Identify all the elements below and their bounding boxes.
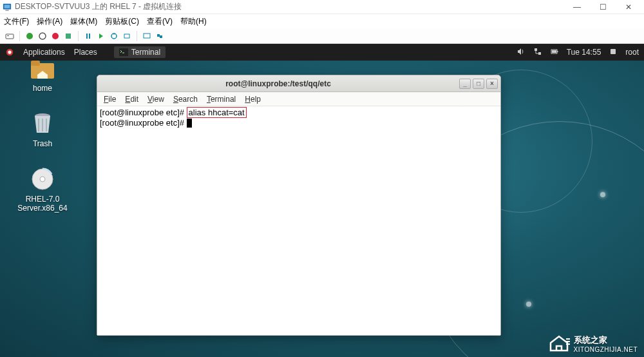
svg-rect-3 — [6, 34, 14, 39]
host-toolbar — [0, 28, 644, 44]
term-menu-search[interactable]: Search — [173, 95, 198, 104]
menu-help[interactable]: 帮助(H) — [180, 16, 207, 27]
separator — [137, 31, 137, 41]
svg-point-5 — [26, 33, 33, 39]
pause-icon[interactable] — [82, 30, 94, 42]
svg-point-31 — [40, 177, 45, 182]
desktop-icon-label: RHEL-7.0 Server.x86_64 — [12, 195, 73, 213]
svg-rect-15 — [157, 34, 160, 37]
svg-rect-13 — [124, 34, 129, 38]
separator — [78, 31, 79, 41]
desktop-icons: home Trash RHEL-7.0 Server.x86_64 — [12, 55, 73, 213]
host-window-titlebar: DESKTOP-SVTVUU3 上的 RHEL 7 - 虚拟机连接 — ☐ ✕ — [0, 0, 644, 14]
svg-rect-20 — [535, 48, 537, 51]
svg-rect-8 — [66, 34, 71, 39]
svg-rect-16 — [160, 35, 162, 38]
shutdown-icon[interactable] — [50, 30, 61, 42]
menu-clipboard[interactable]: 剪贴板(C) — [105, 16, 139, 27]
clock[interactable]: Tue 14:55 — [567, 48, 601, 57]
terminal-title: root@linuxprobe:/test/qq/etc — [97, 79, 459, 88]
maximize-button[interactable]: ☐ — [590, 3, 616, 12]
turnoff-icon[interactable] — [37, 30, 48, 42]
terminal-icon — [119, 48, 128, 56]
svg-rect-25 — [611, 49, 616, 54]
term-menu-terminal[interactable]: Terminal — [207, 95, 236, 104]
svg-rect-27 — [31, 61, 40, 66]
reset-icon[interactable] — [95, 30, 107, 42]
trash-icon — [28, 111, 57, 137]
desktop-icon-label: home — [33, 84, 52, 93]
terminal-minimize-button[interactable]: _ — [459, 79, 471, 89]
vm-icon — [3, 3, 12, 12]
cursor — [187, 119, 192, 128]
menu-media[interactable]: 媒体(M) — [70, 16, 97, 27]
terminal-window: root@linuxprobe:/test/qq/etc _ □ × File … — [97, 75, 501, 336]
svg-rect-2 — [5, 10, 8, 10]
highlighted-command: alias hhcat=cat — [187, 107, 247, 118]
network-icon[interactable] — [533, 47, 542, 58]
power-icon[interactable] — [609, 47, 618, 58]
svg-rect-9 — [86, 34, 88, 39]
svg-rect-10 — [89, 34, 90, 39]
save-icon[interactable] — [62, 30, 74, 42]
svg-rect-21 — [538, 52, 541, 55]
share-icon[interactable] — [154, 30, 166, 42]
svg-point-6 — [39, 33, 46, 39]
host-window-title: DESKTOP-SVTVUU3 上的 RHEL 7 - 虚拟机连接 — [15, 1, 564, 12]
term-menu-file[interactable]: File — [104, 95, 116, 104]
terminal-line: [root@linuxprobe etc]# — [100, 118, 500, 128]
svg-point-7 — [52, 33, 59, 39]
desktop-icon-rhel-disc[interactable]: RHEL-7.0 Server.x86_64 — [12, 166, 73, 213]
menu-view[interactable]: 查看(V) — [147, 16, 173, 27]
terminal-close-button[interactable]: × — [486, 79, 498, 89]
svg-point-18 — [8, 50, 11, 53]
term-menu-help[interactable]: Help — [245, 95, 261, 104]
prompt: [root@linuxprobe etc]# — [100, 118, 187, 128]
close-button[interactable]: ✕ — [616, 3, 641, 12]
watermark-brand: 系统之家 — [574, 334, 638, 346]
svg-rect-1 — [5, 5, 10, 8]
svg-rect-23 — [557, 51, 558, 52]
separator — [19, 31, 20, 41]
ctrl-alt-del-icon[interactable] — [4, 30, 15, 42]
disc-icon — [28, 166, 57, 192]
terminal-menubar: File Edit View Search Terminal Help — [97, 92, 500, 106]
desktop-icon-label: Trash — [33, 139, 52, 148]
battery-icon[interactable] — [550, 47, 559, 58]
svg-rect-19 — [119, 48, 128, 56]
places-menu[interactable]: Places — [74, 48, 97, 57]
prompt: [root@linuxprobe etc]# — [100, 108, 187, 117]
watermark-logo-icon — [548, 334, 570, 353]
host-menubar: 文件(F) 操作(A) 媒体(M) 剪贴板(C) 查看(V) 帮助(H) — [0, 14, 644, 28]
volume-icon[interactable] — [516, 47, 526, 58]
desktop-icon-trash[interactable]: Trash — [12, 111, 73, 148]
menu-file[interactable]: 文件(F) — [4, 16, 29, 27]
taskbar-item-terminal[interactable]: Terminal — [114, 46, 166, 58]
home-icon — [28, 55, 57, 81]
svg-rect-14 — [144, 34, 150, 38]
term-menu-view[interactable]: View — [147, 95, 164, 104]
user-menu[interactable]: root — [625, 48, 639, 57]
menu-action[interactable]: 操作(A) — [37, 16, 62, 27]
term-menu-edit[interactable]: Edit — [125, 95, 138, 104]
guest-desktop: Applications Places Terminal Tue 14:55 — [0, 44, 644, 357]
revert-icon[interactable] — [121, 30, 133, 42]
start-icon[interactable] — [24, 30, 35, 42]
taskbar-item-label: Terminal — [131, 48, 160, 57]
svg-marker-11 — [99, 34, 103, 39]
terminal-titlebar[interactable]: root@linuxprobe:/test/qq/etc _ □ × — [97, 75, 500, 92]
watermark: 系统之家 XITONGZHIJIA.NET — [548, 334, 638, 353]
watermark-url: XITONGZHIJIA.NET — [574, 346, 638, 353]
minimize-button[interactable]: — — [564, 3, 590, 12]
svg-rect-4 — [7, 35, 9, 36]
svg-rect-24 — [552, 50, 556, 53]
enhanced-session-icon[interactable] — [141, 30, 153, 42]
checkpoint-icon[interactable] — [108, 30, 120, 42]
terminal-maximize-button[interactable]: □ — [473, 79, 484, 89]
desktop-icon-home[interactable]: home — [12, 55, 73, 93]
terminal-body[interactable]: [root@linuxprobe etc]# alias hhcat=cat [… — [97, 106, 500, 335]
gnome-top-bar: Applications Places Terminal Tue 14:55 — [0, 44, 644, 61]
terminal-line: [root@linuxprobe etc]# alias hhcat=cat — [100, 108, 500, 118]
